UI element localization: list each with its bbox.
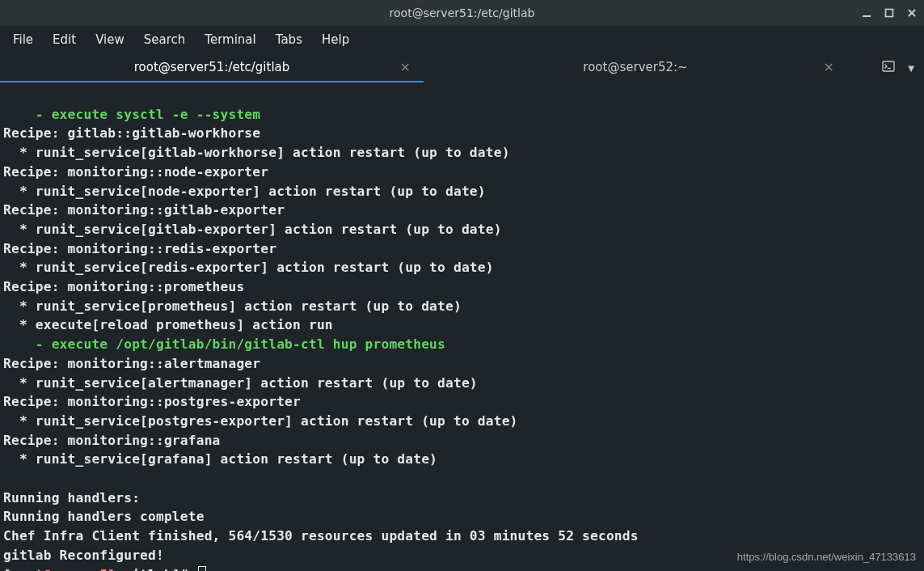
svg-rect-4 [883, 61, 894, 71]
prompt-bracket: [ [3, 567, 11, 571]
term-line: Recipe: monitoring::grafana [3, 433, 221, 448]
tab-dropdown-icon[interactable]: ▼ [908, 64, 914, 73]
term-line: * runit_service[prometheus] action resta… [3, 298, 462, 314]
menu-tabs[interactable]: Tabs [268, 29, 310, 50]
window-title: root@server51:/etc/gitlab [390, 6, 535, 19]
window-controls [861, 0, 918, 26]
term-line: Recipe: monitoring::alertmanager [3, 356, 260, 371]
term-line: - execute sysctl -e --system [3, 107, 260, 122]
tab-label: root@server52:~ [583, 60, 687, 74]
maximize-button[interactable] [884, 7, 895, 19]
term-line: * runit_service[node-exporter] action re… [3, 184, 486, 199]
tabbar: root@server51:/etc/gitlab × root@server5… [0, 53, 924, 82]
tab-server51[interactable]: root@server51:/etc/gitlab × [0, 53, 424, 82]
term-line: * runit_service[gitlab-exporter] action … [3, 222, 502, 237]
terminal-icon[interactable] [882, 60, 895, 76]
tab-label: root@server51:/etc/gitlab [134, 60, 290, 74]
close-button[interactable] [906, 7, 918, 19]
prompt-user: root@server51 [11, 567, 116, 571]
tab-close-icon[interactable]: × [824, 61, 834, 74]
menubar: File Edit View Search Terminal Tabs Help [0, 26, 924, 53]
menu-help[interactable]: Help [314, 29, 357, 50]
term-line: Recipe: monitoring::postgres-exporter [3, 394, 301, 409]
minimize-button[interactable] [861, 7, 872, 19]
watermark: https://blog.csdn.net/weixin_47133613 [737, 551, 916, 563]
term-line: Recipe: monitoring::node-exporter [3, 164, 268, 180]
term-line: - execute /opt/gitlab/bin/gitlab-ctl hup… [3, 336, 445, 352]
svg-rect-1 [886, 10, 893, 17]
term-line: Running handlers: [3, 490, 140, 505]
svg-rect-0 [863, 15, 871, 17]
menu-edit[interactable]: Edit [44, 29, 84, 50]
prompt-close: ]# [172, 567, 196, 571]
menu-file[interactable]: File [5, 29, 41, 50]
term-line: Recipe: monitoring::redis-exporter [3, 241, 276, 256]
menu-search[interactable]: Search [136, 29, 194, 50]
term-line: * execute[reload prometheus] action run [3, 317, 333, 332]
cursor [198, 566, 206, 571]
tab-close-icon[interactable]: × [400, 61, 411, 74]
terminal-output[interactable]: - execute sysctl -e --system Recipe: git… [0, 82, 924, 571]
prompt-space [116, 567, 124, 571]
term-line: Chef Infra Client finished, 564/1530 res… [3, 528, 639, 544]
term-line: Recipe: monitoring::prometheus [3, 279, 244, 294]
term-line: * runit_service[alertmanager] action res… [3, 375, 478, 391]
menu-view[interactable]: View [87, 29, 133, 50]
term-line: * runit_service[postgres-exporter] actio… [3, 413, 518, 429]
term-line: gitlab Reconfigured! [3, 548, 164, 563]
term-line: Running handlers complete [3, 509, 205, 524]
term-line: * runit_service[grafana] action restart … [3, 451, 437, 467]
tab-extras: ▼ [847, 53, 924, 82]
menu-terminal[interactable]: Terminal [196, 29, 264, 50]
term-line: Recipe: monitoring::gitlab-exporter [3, 202, 285, 218]
tab-server52[interactable]: root@server52:~ × [424, 53, 847, 82]
prompt-dir: gitlab [124, 567, 172, 571]
titlebar: root@server51:/etc/gitlab [0, 0, 924, 26]
term-line: * runit_service[redis-exporter] action r… [3, 260, 494, 275]
term-line: Recipe: gitlab::gitlab-workhorse [3, 125, 260, 141]
term-line: * runit_service[gitlab-workhorse] action… [3, 145, 510, 160]
